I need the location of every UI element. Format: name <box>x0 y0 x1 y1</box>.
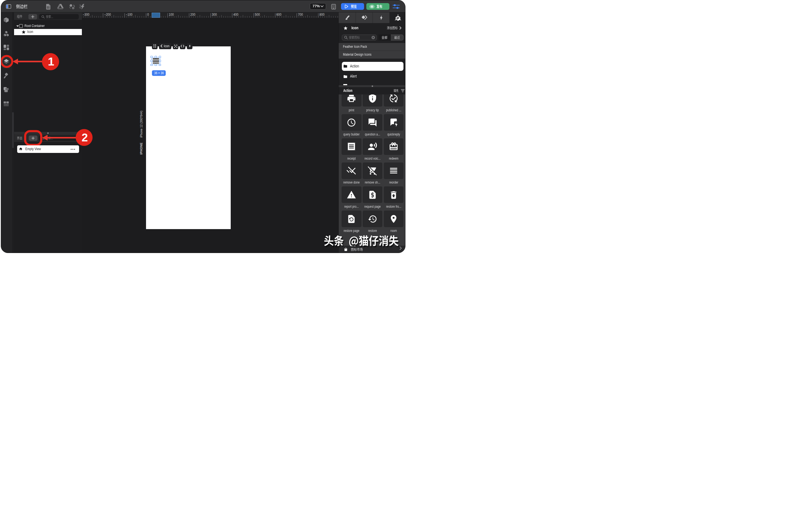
svg-text:700: 700 <box>298 13 303 17</box>
svg-text:0: 0 <box>147 13 149 17</box>
svg-text:500: 500 <box>254 13 260 17</box>
svg-text:800: 800 <box>319 13 324 17</box>
svg-text:300: 300 <box>212 13 217 17</box>
svg-text:100: 100 <box>168 13 173 17</box>
svg-text:200: 200 <box>190 13 195 17</box>
svg-text:400: 400 <box>233 13 238 17</box>
svg-text:600: 600 <box>276 13 281 17</box>
